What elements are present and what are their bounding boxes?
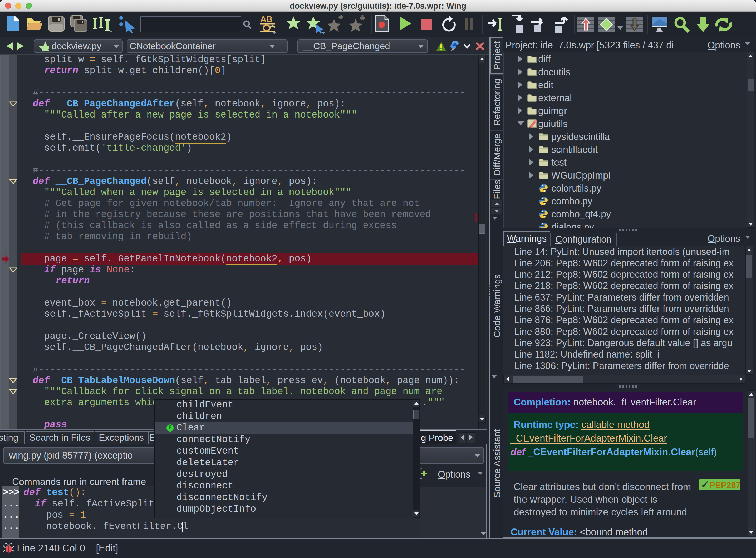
svg-text:AB: AB (260, 15, 272, 24)
